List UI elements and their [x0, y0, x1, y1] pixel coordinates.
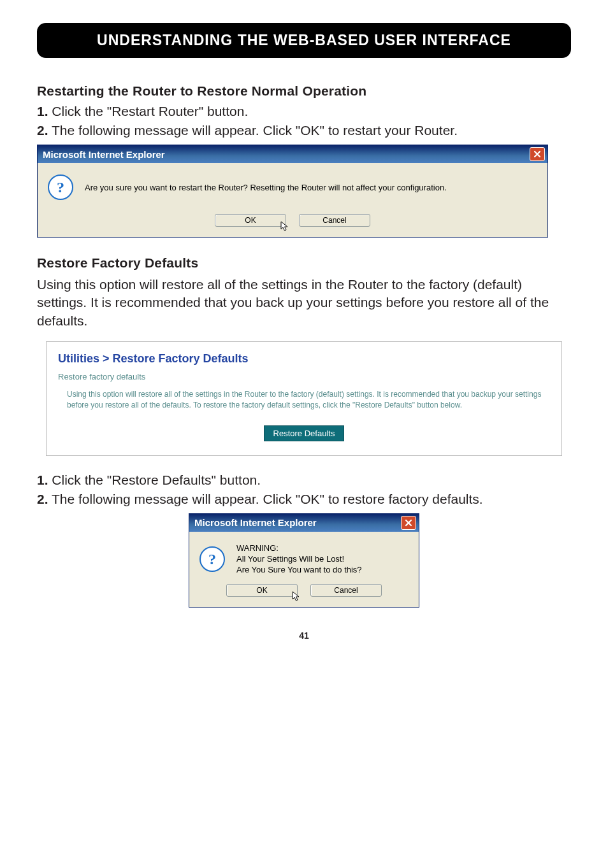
- dialog-title: Microsoft Internet Explorer: [194, 517, 317, 528]
- step-number: 2.: [37, 123, 48, 138]
- step-text: The following message will appear. Click…: [48, 492, 483, 506]
- panel-body-text: Using this option will restore all of th…: [58, 389, 550, 411]
- panel-title: Utilities > Restore Factory Defaults: [58, 352, 550, 366]
- question-icon: ?: [48, 174, 73, 200]
- cancel-button[interactable]: Cancel: [299, 214, 370, 227]
- panel-subtitle: Restore factory defaults: [58, 372, 550, 381]
- restart-step-2: 2. The following message will appear. Cl…: [37, 123, 571, 138]
- page-header-title: UNDERSTANDING THE WEB-BASED USER INTERFA…: [97, 32, 511, 48]
- dialog-message: Are you sure you want to restart the Rou…: [85, 183, 537, 192]
- warning-line-3: Are You Sure You want to do this?: [236, 565, 409, 576]
- dialog-message: WARNING: All Your Settings Will be Lost!…: [236, 543, 409, 576]
- restore-defaults-description: Using this option will restore all of th…: [37, 276, 571, 330]
- step-text: Click the "Restart Router" button.: [48, 104, 249, 118]
- heading-restore-defaults: Restore Factory Defaults: [37, 255, 571, 271]
- restore-step-1: 1. Click the "Restore Defaults" button.: [37, 473, 571, 488]
- heading-restart-router: Restarting the Router to Restore Normal …: [37, 83, 571, 99]
- step-number: 2.: [37, 492, 48, 506]
- ok-button-label: OK: [256, 586, 267, 595]
- step-text: The following message will appear. Click…: [48, 123, 458, 138]
- question-icon: ?: [199, 546, 225, 572]
- dialog-title: Microsoft Internet Explorer: [43, 149, 165, 160]
- ok-button-label: OK: [245, 216, 256, 225]
- confirm-restart-dialog: Microsoft Internet Explorer ? Are you su…: [37, 145, 548, 238]
- cancel-button[interactable]: Cancel: [310, 584, 382, 597]
- step-text: Click the "Restore Defaults" button.: [48, 473, 261, 487]
- dialog-titlebar: Microsoft Internet Explorer: [38, 145, 547, 163]
- page-number: 41: [37, 630, 571, 641]
- restore-defaults-panel: Utilities > Restore Factory Defaults Res…: [46, 341, 562, 456]
- step-number: 1.: [37, 473, 48, 487]
- cancel-button-label: Cancel: [334, 586, 358, 595]
- restore-defaults-button[interactable]: Restore Defaults: [264, 425, 345, 441]
- close-icon[interactable]: [401, 516, 416, 530]
- restart-step-1: 1. Click the "Restart Router" button.: [37, 104, 571, 119]
- cursor-icon: [292, 591, 301, 602]
- step-number: 1.: [37, 104, 48, 118]
- cursor-icon: [280, 221, 289, 232]
- restore-defaults-button-label: Restore Defaults: [273, 429, 335, 438]
- warning-line-1: WARNING:: [236, 543, 409, 554]
- ok-button[interactable]: OK: [215, 214, 286, 227]
- confirm-restore-dialog: Microsoft Internet Explorer ? WARNING: A…: [189, 513, 419, 608]
- close-icon[interactable]: [530, 147, 545, 161]
- ok-button[interactable]: OK: [226, 584, 298, 597]
- page-header: UNDERSTANDING THE WEB-BASED USER INTERFA…: [37, 23, 571, 58]
- cancel-button-label: Cancel: [322, 216, 346, 225]
- restore-step-2: 2. The following message will appear. Cl…: [37, 492, 571, 507]
- warning-line-2: All Your Settings Will be Lost!: [236, 554, 409, 565]
- dialog-titlebar: Microsoft Internet Explorer: [189, 514, 419, 532]
